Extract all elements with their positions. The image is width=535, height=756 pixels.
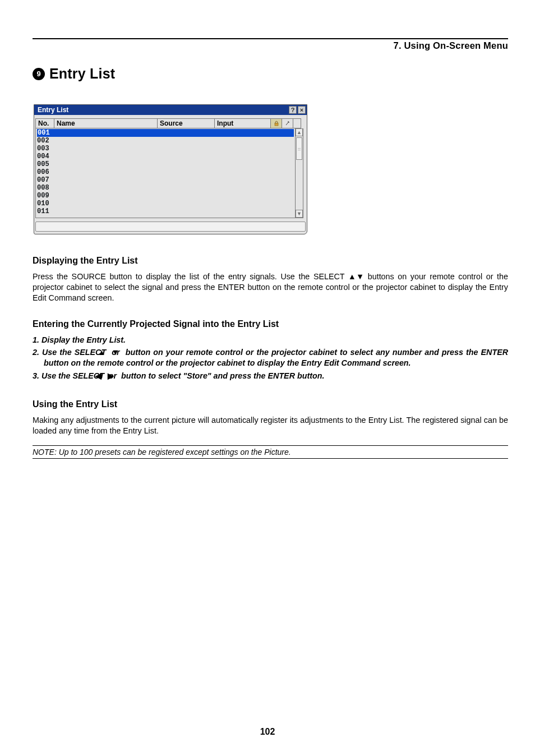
section-number-badge: 9: [33, 68, 45, 80]
list-item[interactable]: 003: [37, 145, 294, 153]
step-1: 1. Display the Entry List.: [44, 335, 508, 345]
col-input[interactable]: Input: [215, 118, 271, 128]
lock-icon[interactable]: [271, 118, 282, 128]
list-item[interactable]: 009: [37, 192, 294, 200]
help-icon[interactable]: ?: [289, 106, 297, 114]
entry-list-window: Entry List ? × No. Name Source Input 001…: [34, 104, 307, 234]
list-item[interactable]: 011: [37, 208, 294, 215]
scroll-thumb[interactable]: [296, 137, 302, 160]
subhead-displaying: Displaying the Entry List: [33, 256, 508, 266]
corner-cell: [293, 118, 301, 128]
note-rule-bottom: [33, 458, 508, 459]
section-header-rule: [33, 38, 508, 39]
step-2: 2. Use the SELECT ▲ or ▼ button on your …: [44, 347, 508, 368]
list-item[interactable]: 010: [37, 200, 294, 208]
col-no[interactable]: No.: [35, 118, 54, 128]
page-title-row: 9 Entry List: [33, 66, 508, 82]
col-source[interactable]: Source: [158, 118, 215, 128]
status-bar: [35, 222, 306, 232]
svg-rect-0: [275, 123, 278, 126]
scroll-down-icon[interactable]: ▼: [296, 210, 303, 218]
list-item[interactable]: 002: [37, 137, 294, 145]
scrollbar[interactable]: ▲ ▼: [296, 128, 303, 218]
close-icon[interactable]: ×: [298, 106, 306, 114]
page-number: 102: [0, 727, 535, 737]
page-title: Entry List: [49, 66, 115, 82]
skip-icon[interactable]: [282, 118, 293, 128]
list-item[interactable]: 005: [37, 160, 294, 168]
entry-list-column-headers: No. Name Source Input: [34, 118, 307, 128]
step-3: 3. Use the SELECT ◀ or ▶ button to selec…: [44, 371, 508, 381]
list-item[interactable]: 001: [37, 129, 294, 137]
col-name[interactable]: Name: [54, 118, 158, 128]
note-text: NOTE: Up to 100 presets can be registere…: [33, 448, 508, 457]
note-rule-top: [33, 445, 508, 446]
body-displaying: Press the SOURCE button to display the l…: [33, 271, 508, 303]
list-item[interactable]: 006: [37, 168, 294, 176]
entry-list-title: Entry List: [38, 106, 68, 114]
list-item[interactable]: 004: [37, 153, 294, 160]
list-item[interactable]: 007: [37, 176, 294, 184]
subhead-entering: Entering the Currently Projected Signal …: [33, 319, 508, 329]
entry-list-titlebar: Entry List ? ×: [34, 105, 307, 115]
scroll-up-icon[interactable]: ▲: [296, 128, 303, 136]
entry-list-rows[interactable]: 001 002 003 004 005 006 007 008 009 010 …: [35, 128, 296, 218]
chapter-header: 7. Using On-Screen Menu: [33, 40, 508, 51]
list-item[interactable]: 008: [37, 184, 294, 192]
body-using: Making any adjustments to the current pi…: [33, 415, 508, 436]
subhead-using: Using the Entry List: [33, 399, 508, 409]
